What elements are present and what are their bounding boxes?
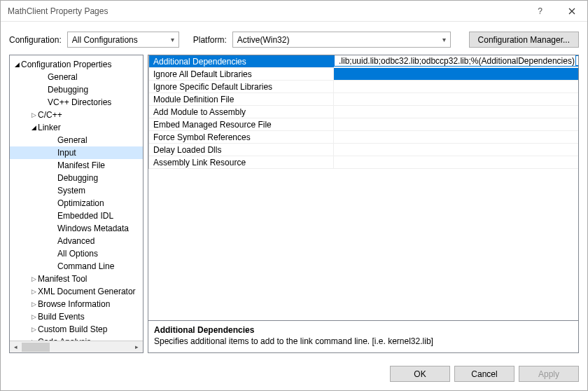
dialog-window: MathClient Property Pages ? Configuratio… [0, 0, 588, 391]
tree-item-label: Embedded IDL [57, 211, 113, 221]
expander-open-icon: ◢ [29, 124, 38, 131]
expander-closed-icon: ▷ [29, 275, 38, 282]
property-value-cell[interactable] [334, 106, 578, 118]
property-name: Additional Dependencies [149, 55, 334, 67]
property-value-cell[interactable] [334, 156, 578, 168]
grid-body: Additional Dependencies.lib;uuid.lib;odb… [148, 55, 578, 169]
tree-item[interactable]: VC++ Directories [10, 96, 143, 109]
tree-item[interactable]: ▷Build Events [10, 310, 143, 323]
cancel-button[interactable]: Cancel [454, 366, 514, 382]
property-value-cell[interactable] [334, 131, 578, 143]
tree-item[interactable]: ▷Custom Build Step [10, 323, 143, 336]
config-toolbar: Configuration: All Configurations ▾ Plat… [1, 22, 587, 55]
dropdown-button[interactable]: ⌄ [575, 55, 578, 66]
tree-item[interactable]: Advanced [10, 235, 143, 247]
expander-closed-icon: ▷ [29, 313, 38, 320]
tree-item[interactable]: System [10, 184, 143, 197]
help-button[interactable]: ? [524, 1, 556, 21]
chevron-down-icon: ▾ [442, 36, 446, 43]
tree-item[interactable]: General [10, 134, 143, 146]
expander-closed-icon: ▷ [29, 301, 38, 308]
configuration-manager-button[interactable]: Configuration Manager... [469, 32, 579, 48]
property-value-cell[interactable] [334, 81, 578, 92]
close-icon [568, 8, 575, 15]
close-button[interactable] [556, 1, 587, 21]
tree-item[interactable]: Input [10, 146, 143, 159]
expander-closed-icon: ▷ [29, 326, 38, 333]
tree-item-label: XML Document Generator [38, 287, 136, 296]
tree-item[interactable]: ▷Manifest Tool [10, 273, 143, 285]
property-name: Add Module to Assembly [149, 106, 334, 118]
tree-item[interactable]: General [10, 71, 143, 83]
description-text: Specifies additional items to add to the… [154, 336, 573, 346]
tree-item-label: Windows Metadata [57, 224, 129, 233]
nav-tree: ◢Configuration PropertiesGeneralDebuggin… [9, 55, 144, 353]
tree-item[interactable]: Debugging [10, 83, 143, 96]
tree-item[interactable]: ▷Browse Information [10, 298, 143, 310]
scroll-track[interactable] [22, 341, 131, 352]
tree-item[interactable]: All Options [10, 247, 143, 260]
tree-item-label: Manifest Tool [38, 274, 87, 284]
tree-item[interactable]: ▷Code Analysis [10, 336, 143, 341]
property-row[interactable]: Ignore Specific Default Libraries [149, 81, 578, 93]
description-title: Additional Dependencies [154, 325, 573, 335]
tree-item[interactable]: Debugging [10, 172, 143, 184]
tree-item-label: C/C++ [38, 110, 62, 120]
property-name: Embed Managed Resource File [149, 118, 334, 130]
tree-item[interactable]: ▷XML Document Generator [10, 285, 143, 298]
property-name: Assembly Link Resource [149, 156, 334, 168]
property-value-cell[interactable] [334, 118, 578, 130]
property-row[interactable]: Force Symbol References [149, 131, 578, 144]
platform-value: Active(Win32) [237, 35, 290, 45]
property-value-cell[interactable] [334, 144, 578, 156]
property-row[interactable]: Delay Loaded Dlls [149, 144, 578, 156]
property-value-cell[interactable] [334, 68, 578, 80]
tree-item[interactable]: Command Line [10, 260, 143, 273]
tree-item[interactable]: Embedded IDL [10, 210, 143, 222]
tree-item-label: Input [57, 148, 76, 158]
expander-open-icon: ◢ [13, 61, 21, 68]
property-value-cell[interactable]: .lib;uuid.lib;odbc32.lib;odbccp32.lib;%(… [334, 55, 578, 67]
tree-item-root[interactable]: ◢Configuration Properties [10, 58, 143, 71]
tree-item[interactable]: Optimization [10, 197, 143, 210]
tree-item-label: Custom Build Step [38, 324, 107, 334]
property-row[interactable]: Ignore All Default Libraries [149, 68, 578, 81]
tree-item[interactable]: Manifest File [10, 159, 143, 172]
tree-item-label: General [48, 72, 78, 82]
tree-item-label: Debugging [57, 173, 98, 183]
tree-item-label: Linker [38, 123, 61, 132]
property-value-cell[interactable] [334, 93, 578, 105]
apply-button[interactable]: Apply [519, 366, 579, 382]
ok-button[interactable]: OK [390, 366, 450, 382]
tree-item-label: Optimization [57, 198, 104, 208]
window-title: MathClient Property Pages [8, 6, 524, 16]
tree-item-label: Command Line [57, 261, 114, 271]
tree-item-label: General [57, 135, 88, 145]
tree-item-label: Browse Information [38, 299, 110, 309]
tree-item[interactable]: ◢Linker [10, 121, 143, 134]
chevron-down-icon: ▾ [171, 36, 174, 43]
configuration-value: All Configurations [72, 35, 138, 45]
titlebar: MathClient Property Pages ? [1, 1, 587, 22]
property-row[interactable]: Embed Managed Resource File [149, 118, 578, 131]
tree-item[interactable]: Windows Metadata [10, 222, 143, 235]
tree-item-label: Advanced [57, 236, 94, 246]
configuration-combo[interactable]: All Configurations ▾ [67, 32, 179, 48]
property-row[interactable]: Module Definition File [149, 93, 578, 106]
scroll-left-icon[interactable]: ◂ [10, 341, 22, 352]
property-name: Module Definition File [149, 93, 334, 105]
property-name[interactable]: Ignore All Default Libraries [149, 68, 334, 80]
tree-item-label: VC++ Directories [48, 97, 111, 107]
property-row[interactable]: Additional Dependencies.lib;uuid.lib;odb… [149, 55, 578, 68]
scroll-right-icon[interactable]: ▸ [131, 341, 143, 352]
expander-closed-icon: ▷ [29, 288, 38, 295]
tree-list[interactable]: ◢Configuration PropertiesGeneralDebuggin… [10, 55, 143, 341]
tree-h-scrollbar[interactable]: ◂ ▸ [10, 341, 143, 352]
platform-combo[interactable]: Active(Win32) ▾ [232, 32, 451, 48]
scroll-thumb[interactable] [22, 343, 50, 352]
tree-item-label: All Options [57, 249, 98, 259]
tree-item[interactable]: ▷C/C++ [10, 109, 143, 121]
description-pane: Additional Dependencies Specifies additi… [148, 320, 578, 352]
property-row[interactable]: Assembly Link Resource [149, 156, 578, 169]
property-row[interactable]: Add Module to Assembly [149, 106, 578, 118]
